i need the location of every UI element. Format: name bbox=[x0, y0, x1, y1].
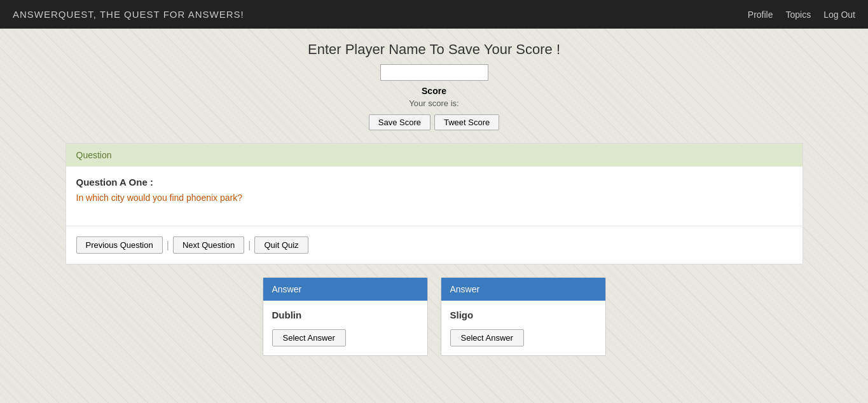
tweet-score-button[interactable]: Tweet Score bbox=[434, 114, 499, 130]
nav-profile-link[interactable]: Profile bbox=[748, 10, 773, 20]
score-title: Enter Player Name To Save Your Score ! bbox=[65, 41, 803, 58]
brand-title: ANSWERQUEST, THE QUEST FOR ANSWERS! bbox=[13, 9, 244, 20]
prev-question-button[interactable]: Previous Question bbox=[76, 236, 163, 254]
question-header: Question bbox=[66, 144, 803, 167]
separator-1: | bbox=[167, 240, 169, 251]
answer-card-header-1: Answer bbox=[441, 278, 605, 301]
question-body: Question A One : In which city would you… bbox=[66, 167, 803, 215]
quit-quiz-button[interactable]: Quit Quiz bbox=[254, 236, 308, 254]
player-name-input[interactable] bbox=[380, 64, 488, 81]
answer-card-body-1: Sligo Select Answer bbox=[441, 301, 605, 355]
answer-value-0: Dublin bbox=[272, 310, 418, 320]
question-section: Question Question A One : In which city … bbox=[65, 143, 803, 264]
question-text: In which city would you find phoenix par… bbox=[76, 193, 792, 203]
question-title: Question A One : bbox=[76, 177, 792, 188]
score-label: Score bbox=[65, 86, 803, 96]
select-answer-button-1[interactable]: Select Answer bbox=[450, 329, 524, 346]
answer-value-1: Sligo bbox=[450, 310, 596, 320]
answer-card-header-0: Answer bbox=[263, 278, 427, 301]
score-section: Enter Player Name To Save Your Score ! S… bbox=[65, 41, 803, 130]
nav-links: Profile Topics Log Out bbox=[748, 10, 855, 20]
select-answer-button-0[interactable]: Select Answer bbox=[272, 329, 346, 346]
answer-card-body-0: Dublin Select Answer bbox=[263, 301, 427, 355]
answers-grid: Answer Dublin Select Answer Answer Sligo… bbox=[65, 277, 803, 369]
score-buttons: Save Score Tweet Score bbox=[65, 114, 803, 130]
question-nav: Previous Question | Next Question | Quit… bbox=[66, 236, 803, 264]
question-divider bbox=[66, 226, 803, 226]
answer-card-0: Answer Dublin Select Answer bbox=[263, 277, 428, 356]
nav-topics-link[interactable]: Topics bbox=[785, 10, 811, 20]
navbar: ANSWERQUEST, THE QUEST FOR ANSWERS! Prof… bbox=[0, 0, 868, 29]
next-question-button[interactable]: Next Question bbox=[173, 236, 244, 254]
save-score-button[interactable]: Save Score bbox=[369, 114, 431, 130]
main-content: Enter Player Name To Save Your Score ! S… bbox=[53, 29, 816, 381]
separator-2: | bbox=[248, 240, 251, 251]
your-score-text: Your score is: bbox=[65, 99, 803, 108]
nav-logout-link[interactable]: Log Out bbox=[823, 10, 855, 20]
answer-card-1: Answer Sligo Select Answer bbox=[441, 277, 606, 356]
